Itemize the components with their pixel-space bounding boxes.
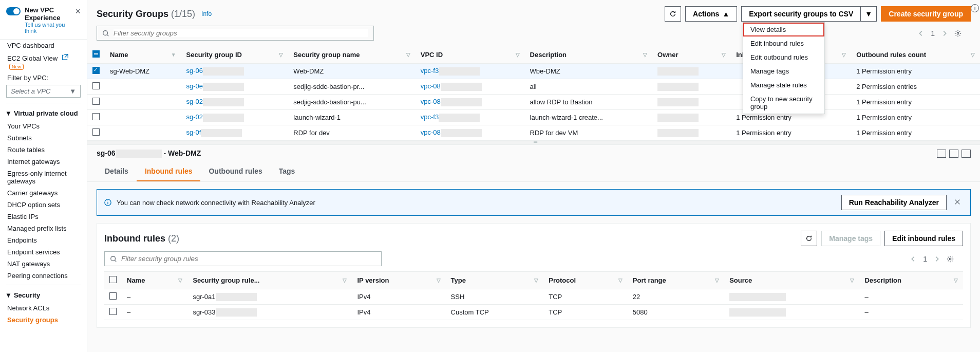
sidebar-item-egress-only-internet-gateways[interactable]: Egress-only internet gateways	[0, 168, 87, 187]
column-header[interactable]: Security group name▽	[288, 46, 415, 64]
vpc-filter-select[interactable]: Select a VPC ▼	[6, 85, 81, 98]
prev-page-icon[interactable]	[917, 30, 925, 37]
column-header[interactable]: Security group rule...▽	[187, 272, 352, 289]
info-link[interactable]: Info	[201, 10, 212, 17]
column-header[interactable]: Name▽	[122, 272, 187, 289]
column-header[interactable]: Description▽	[525, 46, 653, 64]
split-handle[interactable]	[87, 141, 980, 145]
tab-tags[interactable]: Tags	[271, 162, 304, 181]
sidebar-item-managed-prefix-lists[interactable]: Managed prefix lists	[0, 223, 87, 234]
table-row[interactable]: –sgr-033IPv4Custom TCPTCP5080–	[104, 305, 963, 320]
table-row[interactable]: sg-0esedjig-sddc-bastion-pr...vpc-08all2…	[87, 79, 980, 95]
table-row[interactable]: –sgr-0a1IPv4SSHTCP22–	[104, 289, 963, 305]
svg-point-1	[957, 32, 959, 34]
row-checkbox[interactable]	[92, 67, 100, 74]
sidebar-item-vpc-dashboard[interactable]: VPC dashboard	[0, 40, 87, 51]
rules-search-input[interactable]	[104, 251, 382, 266]
inbound-rules-table: Name▽Security group rule...▽IP version▽T…	[104, 271, 963, 320]
select-all-checkbox[interactable]	[92, 50, 100, 58]
sidebar-item-internet-gateways[interactable]: Internet gateways	[0, 156, 87, 168]
close-icon[interactable]	[952, 196, 963, 209]
table-row[interactable]: sg-0fRDP for devvpc-08RDP for dev VM1 Pe…	[87, 125, 980, 141]
tab-outbound-rules[interactable]: Outbound rules	[200, 162, 270, 181]
export-dropdown-button[interactable]: ▼	[860, 6, 877, 22]
sidebar-item-elastic-ips[interactable]: Elastic IPs	[0, 211, 87, 223]
new-experience-toggle[interactable]	[6, 7, 21, 15]
run-reachability-button[interactable]: Run Reachability Analyzer	[841, 195, 947, 210]
sidebar-section-security[interactable]: ▼ Security	[0, 288, 87, 302]
search-icon	[110, 255, 117, 263]
column-header[interactable]: Owner▽	[652, 46, 731, 64]
edit-inbound-rules-button[interactable]: Edit inbound rules	[884, 231, 963, 246]
column-header[interactable]: IP version▽	[352, 272, 445, 289]
table-row[interactable]: sg-02sedjig-sddc-bastion-pu...vpc-08allo…	[87, 95, 980, 110]
new-experience-title: New VPC Experience	[25, 6, 71, 22]
column-header[interactable]: Port range▽	[628, 272, 724, 289]
tab-details[interactable]: Details	[97, 162, 137, 181]
row-checkbox[interactable]	[92, 82, 100, 89]
column-header[interactable]: Outbound rules count▽	[851, 46, 980, 64]
sidebar-item-peering-connections[interactable]: Peering connections	[0, 270, 87, 282]
sidebar-item-endpoint-services[interactable]: Endpoint services	[0, 246, 87, 258]
next-page-icon[interactable]	[933, 255, 940, 263]
page-number: 1	[931, 29, 935, 38]
create-security-group-button[interactable]: Create security group	[881, 6, 971, 22]
view-mode-2-icon[interactable]	[949, 150, 958, 158]
column-header[interactable]: Source▽	[724, 272, 859, 289]
select-all-checkbox[interactable]	[109, 276, 117, 283]
column-header[interactable]: Type▽	[446, 272, 544, 289]
manage-tags-button: Manage tags	[821, 231, 880, 246]
menu-item-copy-to-new-security-group[interactable]: Copy to new security group	[743, 92, 824, 114]
sidebar-item-ec2-global-view[interactable]: EC2 Global View New	[0, 51, 87, 72]
sidebar-item-carrier-gateways[interactable]: Carrier gateways	[0, 187, 87, 199]
row-checkbox[interactable]	[92, 128, 100, 136]
view-mode-1-icon[interactable]	[937, 150, 946, 158]
help-icon[interactable]: i	[971, 4, 979, 12]
view-mode-3-icon[interactable]	[962, 150, 971, 158]
actions-dropdown: View detailsEdit inbound rulesEdit outbo…	[743, 22, 825, 114]
row-checkbox[interactable]	[92, 98, 100, 105]
chevron-down-icon: ▼	[5, 109, 12, 117]
table-row[interactable]: sg-02launch-wizard-1vpc-f3launch-wizard-…	[87, 110, 980, 125]
prev-page-icon[interactable]	[910, 255, 917, 263]
menu-item-manage-tags[interactable]: Manage tags	[743, 64, 824, 78]
feedback-link[interactable]: Tell us what you think	[25, 22, 71, 34]
column-header[interactable]: Name▼	[105, 46, 181, 64]
gear-icon[interactable]	[947, 255, 954, 263]
next-page-icon[interactable]	[941, 30, 948, 37]
refresh-button[interactable]	[665, 6, 681, 22]
sidebar-item-endpoints[interactable]: Endpoints	[0, 234, 87, 246]
inbound-rules-panel: Inbound rules (2) Manage tags Edit inbou…	[97, 223, 971, 328]
sidebar-item-subnets[interactable]: Subnets	[0, 132, 87, 144]
column-header[interactable]: Protocol▽	[543, 272, 628, 289]
tab-inbound-rules[interactable]: Inbound rules	[137, 162, 201, 181]
menu-item-manage-stale-rules[interactable]: Manage stale rules	[743, 78, 824, 92]
refresh-icon	[669, 10, 676, 17]
sidebar-item-security-groups[interactable]: Security groups	[0, 314, 87, 326]
row-checkbox[interactable]	[109, 308, 117, 315]
row-checkbox[interactable]	[92, 113, 100, 120]
refresh-button[interactable]	[801, 231, 817, 246]
column-header[interactable]: Description▽	[859, 272, 963, 289]
search-input[interactable]	[97, 26, 374, 41]
menu-item-edit-outbound-rules[interactable]: Edit outbound rules	[743, 50, 824, 64]
sidebar-item-your-vpcs[interactable]: Your VPCs	[0, 120, 87, 132]
sidebar-section-vpc[interactable]: ▼ Virtual private cloud	[0, 106, 87, 120]
sidebar-item-dhcp-option-sets[interactable]: DHCP option sets	[0, 199, 87, 211]
column-header[interactable]: VPC ID▽	[416, 46, 525, 64]
export-button[interactable]: Export security groups to CSV	[741, 6, 860, 22]
close-icon[interactable]: ×	[75, 6, 81, 34]
menu-item-view-details[interactable]: View details	[743, 23, 824, 36]
sidebar-item-nat-gateways[interactable]: NAT gateways	[0, 258, 87, 270]
gear-icon[interactable]	[954, 30, 962, 37]
info-icon	[104, 199, 111, 206]
row-checkbox[interactable]	[109, 292, 117, 300]
sidebar-item-route-tables[interactable]: Route tables	[0, 144, 87, 156]
column-header[interactable]: Security group ID▽	[181, 46, 289, 64]
actions-button[interactable]: Actions ▲	[685, 6, 737, 22]
table-row[interactable]: sg-Web-DMZsg-06Web-DMZvpc-f3Wbe-DMZ1 Per…	[87, 64, 980, 79]
refresh-icon	[805, 235, 813, 242]
search-icon	[102, 30, 109, 37]
sidebar-item-network-acls[interactable]: Network ACLs	[0, 302, 87, 314]
menu-item-edit-inbound-rules[interactable]: Edit inbound rules	[743, 36, 824, 50]
